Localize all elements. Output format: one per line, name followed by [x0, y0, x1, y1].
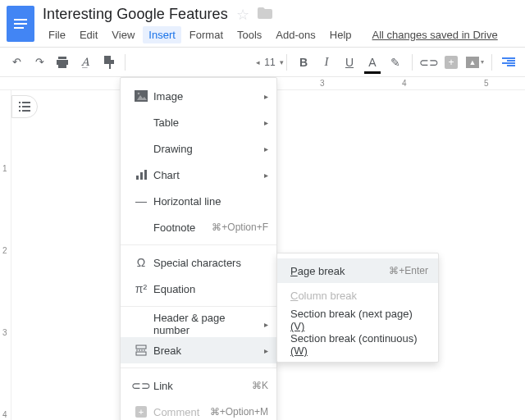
menu-item-drawing[interactable]: Drawing ▸ — [121, 135, 276, 162]
toolbar: ↶ ↷ A̲ ◂ 11 ▾ B I U A ✎ ⊂⊃ + ▲▾ — [0, 48, 525, 77]
chevron-right-icon: ▸ — [264, 171, 268, 180]
chart-icon — [132, 169, 150, 180]
redo-button[interactable]: ↷ — [30, 52, 49, 72]
chevron-right-icon: ▸ — [264, 144, 268, 153]
chevron-right-icon: ▸ — [264, 346, 268, 355]
svg-point-2 — [138, 93, 140, 95]
svg-rect-7 — [136, 352, 146, 355]
submenu-item-column-break: Column break — [277, 283, 438, 308]
link-icon: ⊂⊃ — [132, 379, 150, 392]
svg-rect-4 — [140, 172, 143, 180]
document-outline-button[interactable] — [11, 95, 38, 118]
underline-button[interactable]: U — [340, 52, 359, 72]
chevron-right-icon: ▸ — [264, 92, 268, 101]
paint-format-button[interactable] — [98, 52, 118, 72]
menu-item-break[interactable]: Break ▸ — [121, 337, 276, 363]
menu-item-image[interactable]: Image ▸ — [121, 83, 276, 109]
toolbar-separator — [412, 54, 413, 71]
break-icon — [132, 345, 150, 356]
doc-title[interactable]: Interesting Google Features — [43, 6, 228, 23]
menu-file[interactable]: File — [43, 26, 71, 43]
spellcheck-button[interactable]: A̲ — [75, 52, 95, 72]
svg-rect-3 — [136, 176, 139, 180]
menu-item-special-characters[interactable]: Ω Special characters — [121, 249, 276, 276]
toolbar-separator — [125, 54, 126, 71]
menu-addons[interactable]: Add-ons — [270, 26, 321, 43]
insert-link-button[interactable]: ⊂⊃ — [419, 52, 439, 72]
menu-separator — [121, 306, 276, 307]
toolbar-separator — [286, 54, 287, 71]
bold-button[interactable]: B — [294, 52, 313, 72]
highlighter-button[interactable]: ✎ — [386, 52, 405, 72]
menu-view[interactable]: View — [106, 26, 140, 43]
menu-format[interactable]: Format — [184, 26, 229, 43]
menu-item-comment: + Comment ⌘+Option+M — [121, 399, 276, 420]
break-submenu: Page break ⌘+Enter Column break Section … — [276, 253, 439, 363]
menu-item-horizontal-line[interactable]: ― Horizontal line — [121, 188, 276, 214]
svg-rect-6 — [136, 345, 146, 349]
submenu-item-section-break-continuous[interactable]: Section break (continuous) (W) — [277, 332, 438, 357]
menu-item-chart[interactable]: Chart ▸ — [121, 162, 276, 188]
menu-edit[interactable]: Edit — [74, 26, 103, 43]
menu-item-header-page-number[interactable]: Header & page number ▸ — [121, 311, 276, 337]
header: Interesting Google Features ☆ File Edit … — [0, 0, 525, 48]
menu-item-equation[interactable]: π² Equation — [121, 276, 276, 302]
docs-logo-icon[interactable] — [7, 6, 34, 42]
text-color-button[interactable]: A — [363, 52, 382, 72]
print-button[interactable] — [52, 52, 72, 72]
font-size-select[interactable]: ◂ 11 ▾ — [260, 52, 280, 72]
image-icon — [132, 90, 150, 102]
save-status[interactable]: All changes saved in Drive — [367, 26, 504, 43]
workspace: 1 2 3 4 5 1 2 3 4 Image ▸ Table ▸ Drawin… — [0, 77, 525, 420]
omega-icon: Ω — [132, 256, 150, 269]
toolbar-separator — [491, 54, 492, 71]
align-button[interactable] — [499, 52, 518, 72]
undo-button[interactable]: ↶ — [7, 52, 26, 72]
menu-item-link[interactable]: ⊂⊃ Link ⌘K — [121, 372, 276, 399]
pi-icon: π² — [132, 282, 150, 295]
menu-item-table[interactable]: Table ▸ — [121, 109, 276, 135]
menu-separator — [121, 368, 276, 368]
menu-item-footnote[interactable]: Footnote ⌘+Option+F — [121, 214, 276, 240]
chevron-right-icon: ▸ — [264, 320, 268, 329]
star-icon[interactable]: ☆ — [236, 7, 249, 22]
menu-insert[interactable]: Insert — [143, 26, 181, 43]
menu-tools[interactable]: Tools — [231, 26, 267, 43]
folder-icon[interactable] — [258, 7, 272, 21]
vertical-ruler[interactable]: 1 2 3 4 — [0, 90, 11, 420]
insert-image-button[interactable]: ▲▾ — [465, 52, 485, 72]
comment-add-icon: + — [132, 406, 150, 418]
horizontal-line-icon: ― — [132, 194, 150, 208]
submenu-item-section-break-next-page[interactable]: Section break (next page) (V) — [277, 308, 438, 332]
menu-help[interactable]: Help — [324, 26, 358, 43]
italic-button[interactable]: I — [317, 52, 336, 72]
submenu-item-page-break[interactable]: Page break ⌘+Enter — [277, 258, 438, 283]
insert-menu-dropdown: Image ▸ Table ▸ Drawing ▸ Chart ▸ ― Hori… — [120, 77, 277, 420]
insert-comment-button[interactable]: + — [442, 52, 462, 72]
svg-rect-5 — [144, 170, 147, 180]
chevron-right-icon: ▸ — [264, 118, 268, 127]
menu-separator — [121, 244, 276, 245]
menubar: File Edit View Insert Format Tools Add-o… — [43, 26, 504, 43]
